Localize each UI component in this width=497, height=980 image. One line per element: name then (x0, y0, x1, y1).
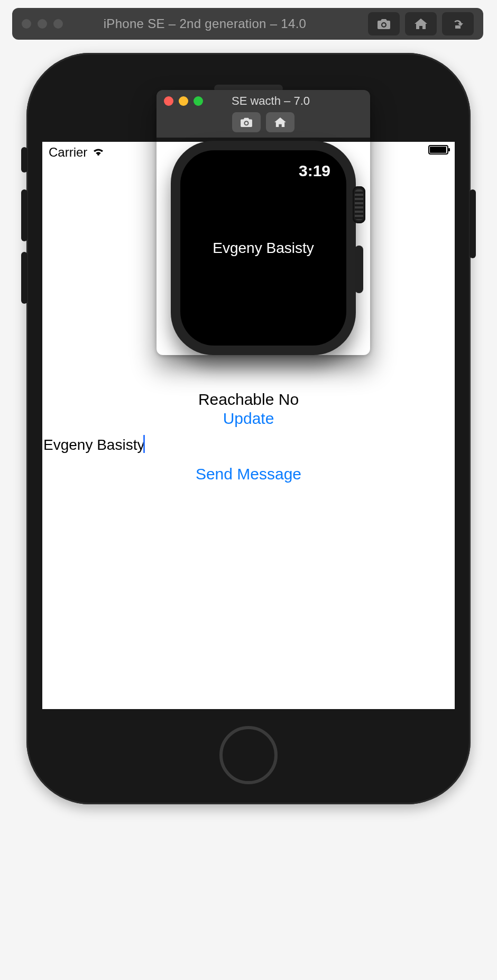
watch-sim-titlebar[interactable]: SE wacth – 7.0 (157, 90, 370, 138)
update-button[interactable]: Update (223, 410, 274, 428)
message-input[interactable]: Evgeny Basisty (42, 435, 145, 453)
digital-crown[interactable] (353, 186, 365, 223)
screenshot-button[interactable] (232, 112, 261, 132)
text-cursor (143, 435, 145, 453)
message-input-value[interactable]: Evgeny Basisty (43, 437, 144, 453)
home-button[interactable] (405, 12, 437, 35)
watch-screen[interactable]: 3:19 Evgeny Basisty (180, 150, 346, 346)
watch-device-frame: 3:19 Evgeny Basisty (171, 141, 356, 355)
rotate-button[interactable] (442, 12, 474, 35)
volume-down-button[interactable] (21, 252, 27, 304)
iphone-sim-title: iPhone SE – 2nd generation – 14.0 (42, 16, 368, 31)
mute-switch[interactable] (21, 147, 27, 173)
close-icon[interactable] (164, 96, 173, 106)
iphone-sim-titlebar: iPhone SE – 2nd generation – 14.0 (12, 8, 483, 40)
watch-sim-title: SE wacth – 7.0 (179, 94, 363, 108)
watch-message-label: Evgeny Basisty (180, 240, 346, 257)
watch-side-button[interactable] (355, 246, 363, 293)
watch-sim-window: SE wacth – 7.0 3:19 Evgeny Basisty (157, 90, 370, 355)
reachable-label: Reachable No (198, 391, 299, 409)
home-button[interactable] (266, 112, 294, 132)
send-message-button[interactable]: Send Message (196, 465, 301, 483)
power-button[interactable] (470, 189, 476, 258)
close-icon[interactable] (22, 19, 31, 29)
volume-up-button[interactable] (21, 189, 27, 241)
iphone-sim-toolbar (368, 12, 474, 35)
iphone-home-button[interactable] (219, 726, 278, 784)
screenshot-button[interactable] (368, 12, 400, 35)
watch-status-time: 3:19 (299, 162, 330, 180)
